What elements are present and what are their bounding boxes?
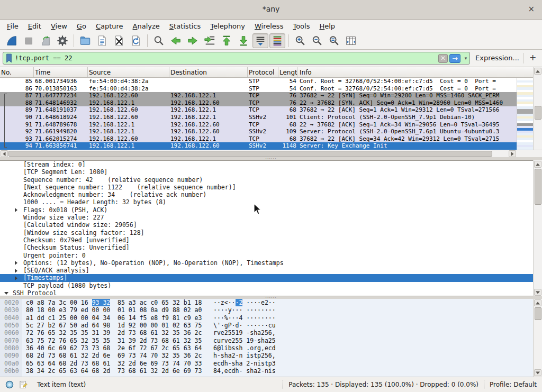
filter-add-button[interactable]: + [529, 52, 536, 62]
detail-line[interactable]: Flags: 0x018 (PSH, ACK) [0, 206, 533, 214]
scroll-up-arrow[interactable] [534, 68, 541, 75]
zoom-original-button[interactable] [326, 33, 342, 48]
expanded-arrow-icon[interactable] [4, 292, 8, 295]
detail-line[interactable]: Window size value: 227 [0, 214, 533, 221]
title-bar[interactable]: *any × [0, 0, 542, 20]
hex-bytes[interactable]: 63 75 72 76 65 32 35 35 31 39 2d 73 68 6… [26, 337, 202, 344]
intelligent-scrollbar-minimap[interactable] [517, 78, 533, 150]
menu-go[interactable]: Go [72, 21, 91, 31]
hex-row[interactable]: 006072 76 65 32 35 35 31 39 2d 73 68 61 … [0, 329, 533, 336]
bytes-vscrollbar[interactable] [533, 299, 542, 377]
hex-bytes[interactable]: 80 18 00 e3 79 ed 00 00 01 01 08 0a d9 8… [26, 306, 202, 314]
expression-button[interactable]: Expression... [475, 54, 519, 62]
hex-ascii[interactable]: ecdh-sha 2-nistp3 [213, 360, 276, 367]
packet-list-hscrollbar[interactable] [0, 150, 517, 157]
hex-row[interactable]: 00b038 34 2c 65 63 64 68 2d 73 68 61 32 … [0, 367, 533, 375]
colorize-button[interactable] [269, 33, 285, 48]
filter-apply-button[interactable]: → [449, 54, 460, 63]
detail-line[interactable]: 1000 .... = Header Length: 32 bytes (8) [0, 198, 533, 206]
go-forward-button[interactable] [185, 33, 201, 48]
save-file-button[interactable] [94, 33, 110, 48]
capture-options-button[interactable] [55, 33, 70, 48]
scroll-right-arrow[interactable] [509, 150, 516, 157]
scroll-down-arrow[interactable] [534, 369, 541, 376]
packet-row-86[interactable]: 8670.013850163fe:54:00:d4:38:2aSTP54Conf… [0, 85, 517, 93]
menu-help[interactable]: Help [314, 21, 340, 31]
packet-row-89[interactable]: 8971.648191037192.168.122.60192.168.122.… [0, 106, 517, 114]
hex-row[interactable]: 0020c0 a8 7a 3c 00 16 93 32 85 a3 ac c0 … [0, 299, 533, 306]
detail-line[interactable]: [Calculated window size: 29056] [0, 221, 533, 229]
hex-row[interactable]: 007063 75 72 76 65 32 35 35 31 39 2d 73 … [0, 337, 533, 344]
menu-analyze[interactable]: Analyze [128, 21, 165, 31]
packet-row-94[interactable]: 9471.663856741192.168.122.1192.168.122.6… [0, 142, 517, 150]
open-file-button[interactable] [77, 33, 93, 48]
hex-bytes[interactable]: 5c 27 b2 67 50 ad 64 98 1d 92 00 00 01 0… [26, 322, 202, 329]
column-header-time[interactable]: Time [34, 67, 88, 77]
hex-row[interactable]: 008036 40 6c 69 62 73 73 68 2e 6f 72 67 … [0, 344, 533, 352]
go-back-button[interactable] [168, 33, 184, 48]
hex-bytes[interactable]: a1 dd c1 25 00 00 04 34 06 14 f5 e8 f9 8… [26, 314, 202, 322]
packet-list-vscrollbar[interactable] [533, 67, 542, 157]
detail-line[interactable]: Sequence number: 42 (relative sequence n… [0, 176, 533, 184]
capture-comment-icon[interactable] [19, 380, 28, 389]
hex-bytes[interactable]: 38 34 2c 65 63 64 68 2d 73 68 61 32 2d 6… [26, 367, 202, 375]
hex-ascii[interactable]: ····y··· ········ [213, 306, 276, 314]
detail-line[interactable]: Checksum: 0x79ed [unverified] [0, 236, 533, 244]
packet-row-93[interactable]: 9371.662015274192.168.122.60192.168.122.… [0, 135, 517, 143]
expert-info-icon[interactable] [5, 380, 14, 389]
packet-row-92[interactable]: 9271.661949820192.168.122.1192.168.122.6… [0, 128, 517, 135]
hex-row[interactable]: 0040a1 dd c1 25 00 00 04 34 06 14 f5 e8 … [0, 314, 533, 322]
packet-row-91[interactable]: 9171.648789678192.168.122.1192.168.122.6… [0, 121, 517, 129]
detail-line[interactable]: Acknowledgment number: 34 (relative ack … [0, 191, 533, 198]
hex-bytes[interactable]: 68 2d 73 68 61 32 2d 6e 69 73 74 70 32 3… [26, 352, 202, 359]
detail-line[interactable]: [SEQ/ACK analysis] [0, 267, 533, 274]
filter-dropdown-caret[interactable]: ▾ [462, 56, 469, 61]
filter-bookmark-icon[interactable] [3, 53, 15, 63]
packet-details-pane[interactable]: [Stream index: 0][TCP Segment Len: 1080]… [0, 160, 533, 296]
menu-view[interactable]: View [46, 21, 72, 31]
auto-scroll-button[interactable] [252, 33, 268, 48]
detail-line[interactable]: [Checksum Status: Unverified] [0, 244, 533, 251]
restart-capture-button[interactable] [38, 33, 53, 48]
hex-row[interactable]: 009068 2d 73 68 61 32 2d 6e 69 73 74 70 … [0, 352, 533, 359]
hex-ascii[interactable]: h-sha2-n istp256, [213, 352, 276, 359]
menu-telephony[interactable]: Telephony [205, 21, 250, 31]
hex-row[interactable]: 00505c 27 b2 67 50 ad 64 98 1d 92 00 00 … [0, 322, 533, 329]
zoom-in-button[interactable] [292, 33, 308, 48]
resize-columns-button[interactable] [343, 33, 359, 48]
packet-row-88[interactable]: 8871.648146932192.168.122.1192.168.122.6… [0, 99, 517, 107]
detail-line[interactable]: Options: (12 bytes), No-Operation (NOP),… [0, 259, 533, 267]
column-header-source[interactable]: Source [88, 67, 169, 77]
scroll-thumb[interactable] [8, 151, 492, 157]
detail-line[interactable]: [Timestamps] [0, 274, 533, 281]
detail-line[interactable]: [Next sequence number: 1122 (relative se… [0, 184, 533, 191]
column-header-length[interactable]: Length [278, 67, 297, 77]
scroll-up-arrow[interactable] [534, 161, 541, 168]
menu-capture[interactable]: Capture [91, 21, 128, 31]
column-header-destination[interactable]: Destination [169, 67, 248, 77]
status-profile[interactable]: Profile: Default [490, 381, 537, 388]
collapsed-arrow-icon[interactable] [15, 276, 17, 280]
details-vscrollbar[interactable] [533, 160, 542, 296]
hex-bytes[interactable]: c0 a8 7a 3c 00 16 93 32 85 a3 ac c0 65 3… [26, 299, 202, 306]
stop-capture-button[interactable] [21, 33, 37, 48]
packet-row-87[interactable]: 8771.647777234192.168.122.60192.168.122.… [0, 92, 517, 99]
detail-line[interactable]: Urgent pointer: 0 [0, 252, 533, 259]
find-packet-button[interactable] [151, 33, 167, 48]
hex-dump[interactable]: 0020c0 a8 7a 3c 00 16 93 32 85 a3 ac c0 … [0, 299, 533, 375]
detail-line[interactable]: [Window size scaling factor: 128] [0, 229, 533, 236]
scroll-up-arrow[interactable] [534, 299, 541, 306]
hex-ascii[interactable]: 84,ecdh- sha2-nis [213, 367, 276, 375]
close-file-button[interactable] [111, 33, 127, 48]
detail-line[interactable]: [TCP Segment Len: 1080] [0, 168, 533, 176]
hex-ascii[interactable]: rve25519 -sha256, [213, 329, 276, 336]
hex-bytes[interactable]: 65 63 64 68 2d 73 68 61 32 2d 6e 69 73 7… [26, 360, 202, 367]
packet-row-85[interactable]: 8568.001734936fe:54:00:d4:38:2aSTP54Conf… [0, 78, 517, 85]
go-first-button[interactable] [219, 33, 234, 48]
display-filter-input[interactable]: !tcp.port == 22 ✕ → ▾ [3, 52, 470, 65]
hex-ascii[interactable]: \'·gP·d· ······cu [213, 322, 276, 329]
detail-line[interactable]: TCP payload (1080 bytes) [0, 282, 533, 289]
packet-list[interactable]: 8568.001734936fe:54:00:d4:38:2aSTP54Conf… [0, 78, 517, 150]
column-header-info[interactable]: Info [297, 67, 533, 77]
zoom-out-button[interactable] [309, 33, 325, 48]
